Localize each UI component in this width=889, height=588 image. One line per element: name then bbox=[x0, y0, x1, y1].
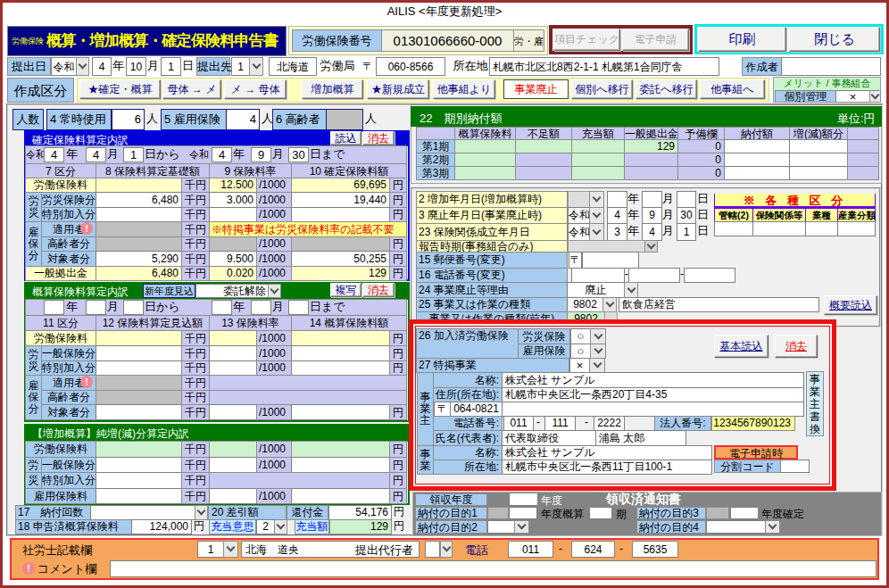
owner-kakikae-button[interactable]: 事業主書換 bbox=[806, 371, 824, 436]
ryoshu-m3-field[interactable] bbox=[730, 507, 759, 519]
kakushu-kankatsu-value[interactable] bbox=[714, 221, 753, 236]
kakutei-to-year[interactable]: 4 bbox=[212, 147, 232, 162]
kakutei-from-month[interactable]: 4 bbox=[86, 147, 106, 162]
row17-combo[interactable] bbox=[90, 505, 195, 520]
rrow-seiritsu-era[interactable]: 令和 bbox=[568, 223, 590, 241]
kubun-btn-botai-me[interactable]: 母体 → メ bbox=[162, 79, 221, 99]
kubun-btn-zouka-gaisan[interactable]: 増加概算 bbox=[302, 79, 363, 99]
gaisan-from-month[interactable] bbox=[86, 300, 106, 315]
ninzu-koyou-value[interactable]: 4 bbox=[226, 109, 260, 130]
rrow-zouka-day[interactable] bbox=[677, 191, 696, 208]
kakushu-gyoshu-value[interactable] bbox=[805, 221, 838, 236]
gaisan-mikomi-button[interactable]: 新年度見込 bbox=[143, 284, 195, 298]
kakutei-r3-rate[interactable] bbox=[209, 207, 257, 222]
rrow-zouka-era-dropdown[interactable] bbox=[589, 191, 604, 208]
ryoshu-m4-dropdown[interactable] bbox=[765, 520, 780, 534]
gaisan-r3-rate[interactable] bbox=[209, 360, 257, 376]
submit-month-field[interactable]: 10 bbox=[126, 57, 146, 76]
row18-value[interactable]: 124,000 bbox=[131, 519, 192, 534]
kubun-btn-kobetsu-ikou[interactable]: 個別へ移行 bbox=[571, 79, 633, 99]
redbox-clear-button[interactable]: 消去 bbox=[775, 335, 818, 358]
ryoshu-nendo-field[interactable] bbox=[509, 493, 538, 506]
rrow25-gaiyou-button[interactable]: 概要読込 bbox=[824, 295, 877, 315]
r27-value[interactable]: × bbox=[569, 358, 590, 373]
r26-rosai-value[interactable]: ○ bbox=[570, 328, 591, 344]
daikou-combo[interactable] bbox=[425, 541, 440, 558]
row18-ishi-value[interactable]: 2 bbox=[256, 519, 275, 534]
kakutei-from-day[interactable]: 1 bbox=[123, 147, 144, 162]
kakutei-r6-rate[interactable]: 9.500 bbox=[209, 251, 257, 267]
kubun-btn-tajikumi-yori[interactable]: 他事組より bbox=[433, 79, 495, 99]
ryoshu-m4-combo[interactable] bbox=[706, 520, 766, 534]
owner-addr-field[interactable]: 札幌市中央区北一条西20丁目4-35 bbox=[502, 387, 804, 402]
submit-dest-name[interactable]: 北海道 bbox=[269, 57, 317, 76]
bottom-tel1[interactable]: 011 bbox=[508, 541, 553, 558]
kubun-btn-me-botai[interactable]: メ → 母体 bbox=[224, 79, 287, 99]
submit-era-value[interactable]: 令和 bbox=[51, 57, 77, 76]
sharoushi-no[interactable]: 1 bbox=[197, 541, 224, 558]
kakutei-r6-base[interactable]: 5,290 bbox=[96, 251, 182, 267]
rrow24-dropdown[interactable] bbox=[624, 282, 638, 298]
rrow-zouka-era[interactable] bbox=[568, 191, 590, 208]
gaisan-r6-amt[interactable] bbox=[291, 404, 390, 420]
zouka-r3-base[interactable] bbox=[96, 472, 182, 489]
gaisan-to-month[interactable] bbox=[251, 300, 271, 315]
r27-dropdown[interactable] bbox=[589, 358, 605, 373]
r26-koyou-dropdown[interactable] bbox=[590, 344, 606, 359]
gaisan-r6-base[interactable] bbox=[96, 404, 182, 420]
zouka-r4-rate[interactable] bbox=[209, 488, 257, 504]
gaisan-clear-button[interactable]: 消去 bbox=[362, 283, 395, 297]
sharoushi-dropdown[interactable] bbox=[223, 541, 238, 558]
owner-rep1-field[interactable]: 代表取締役 bbox=[502, 430, 596, 446]
rrow24-value[interactable]: 廃止 bbox=[567, 282, 625, 298]
kakutei-read-button[interactable]: 読込 bbox=[330, 131, 361, 145]
rrow-seiritsu-month[interactable]: 4 bbox=[642, 223, 662, 241]
gaisan-r2-base[interactable] bbox=[96, 345, 182, 361]
biz-name-field[interactable]: 株式会社 サンプル bbox=[502, 445, 712, 460]
gaisan-r2-rate[interactable] bbox=[209, 345, 257, 361]
rrow-haishi-era-dropdown[interactable] bbox=[589, 207, 604, 224]
close-button[interactable]: 閉じる bbox=[789, 27, 880, 52]
rrow-seiritsu-year[interactable]: 3 bbox=[607, 223, 627, 241]
kubun-btn-shinki[interactable]: ★新規成立 bbox=[367, 79, 429, 99]
zouka-r4-amt[interactable] bbox=[291, 488, 390, 504]
gaisan-r6-rate[interactable] bbox=[209, 404, 257, 420]
gaisan-itaku-combo[interactable]: 委託解除 bbox=[195, 284, 269, 298]
kubun-btn-tajikumi-e[interactable]: 他事組へ bbox=[700, 79, 765, 99]
submit-author-field[interactable] bbox=[781, 57, 881, 76]
hoken-no-value[interactable]: 01301066660-000 bbox=[381, 29, 514, 52]
kubun-btn-haishi[interactable]: 事業廃止 bbox=[503, 79, 569, 99]
kakutei-to-day[interactable]: 30 bbox=[288, 147, 309, 162]
kubun-btn-itaku-ikou[interactable]: 委託へ移行 bbox=[636, 79, 697, 99]
kanri-value[interactable]: × bbox=[835, 90, 870, 103]
rrow16-field3[interactable] bbox=[684, 268, 735, 283]
rrow-zouka-month[interactable] bbox=[642, 191, 662, 208]
kakutei-r2-rate[interactable]: 3.000 bbox=[209, 192, 257, 208]
owner-name-field[interactable]: 株式会社 サンプル bbox=[502, 372, 804, 388]
redbox-base-read-button[interactable]: 基本読込 bbox=[714, 335, 769, 358]
r26-rosai-dropdown[interactable] bbox=[590, 328, 606, 344]
submit-year-field[interactable]: 4 bbox=[92, 57, 112, 76]
owner-rep2-field[interactable]: 浦島 太郎 bbox=[595, 430, 686, 446]
submit-postal-field[interactable]: 060-8566 bbox=[376, 57, 445, 76]
kakushu-hokenkankei-value[interactable] bbox=[752, 221, 806, 236]
gaisan-to-year[interactable] bbox=[212, 300, 232, 315]
biz-addr-field[interactable]: 札幌市中央区北一条西11丁目100-1 bbox=[502, 460, 712, 475]
rrow25-name[interactable]: 飲食店経営 bbox=[619, 297, 819, 312]
submit-dest-no[interactable]: 1 bbox=[231, 57, 250, 76]
kanri-dropdown[interactable] bbox=[869, 90, 881, 103]
owner-houjin-field[interactable]: 1234567890123 bbox=[711, 416, 795, 431]
gaisan-r2-amt[interactable] bbox=[291, 345, 390, 361]
print-button[interactable]: 印刷 bbox=[698, 27, 786, 52]
gaisan-from-day[interactable] bbox=[123, 300, 144, 315]
gaisan-r3-amt[interactable] bbox=[291, 360, 390, 376]
gaisan-itaku-dropdown[interactable] bbox=[268, 284, 281, 298]
kakutei-r2-amt[interactable]: 19,440 bbox=[291, 192, 390, 208]
submit-dest-dropdown[interactable] bbox=[249, 57, 263, 76]
ryoshu-m2-dropdown[interactable] bbox=[514, 520, 529, 534]
ryoshu-m2-combo[interactable] bbox=[487, 520, 515, 534]
row17-dropdown[interactable] bbox=[195, 505, 208, 520]
daikou-dropdown[interactable] bbox=[440, 541, 453, 558]
owner-tel2[interactable]: 111 bbox=[544, 416, 576, 431]
kakutei-from-year[interactable]: 4 bbox=[44, 147, 64, 162]
